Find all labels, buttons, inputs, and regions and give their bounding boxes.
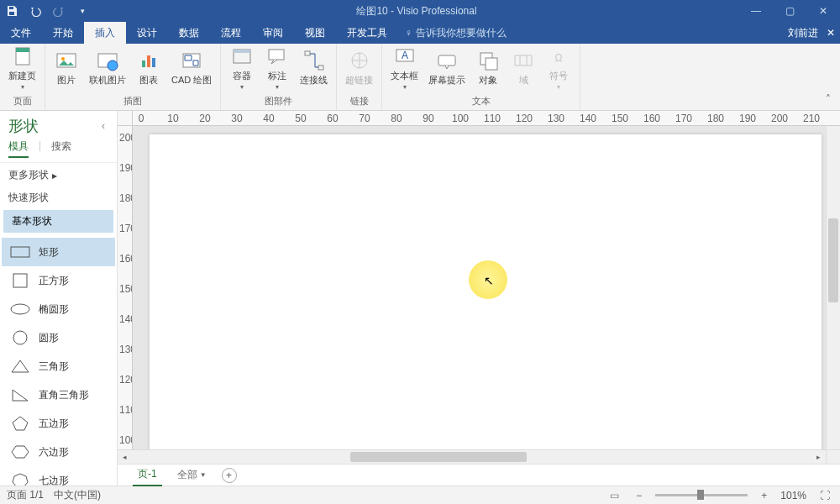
horizontal-scrollbar[interactable]: ◂ ▸	[118, 449, 840, 464]
shapes-panel: 形状 ‹ 模具 | 搜索 更多形状▸ 快速形状 基本形状 矩形正方形椭圆形圆形三…	[0, 111, 118, 486]
close-pane-icon[interactable]: ✕	[827, 27, 835, 39]
符号-icon: Ω	[546, 44, 571, 69]
ribbon-group-文本: A文本框▾屏幕提示对象域Ω符号▾文本	[382, 44, 580, 110]
shape-item-rect[interactable]: 矩形	[2, 238, 115, 266]
group-label: 图部件	[224, 93, 333, 109]
shape-item-hexagon[interactable]: 六边形	[2, 438, 115, 466]
shape-label: 三角形	[39, 360, 69, 374]
zoom-level[interactable]: 101%	[780, 490, 806, 501]
zoom-in-button[interactable]: +	[758, 490, 770, 501]
ribbon-联机图片[interactable]: 联机图片	[84, 41, 131, 93]
chevron-down-icon: ▾	[240, 83, 244, 91]
undo-icon[interactable]	[24, 0, 47, 22]
scroll-left-icon[interactable]: ◂	[118, 450, 132, 464]
ribbon-文本框[interactable]: A文本框▾	[386, 41, 423, 93]
ribbon-图表[interactable]: 图表	[131, 41, 166, 93]
minimize-icon[interactable]: —	[739, 0, 773, 22]
屏幕提示-icon	[434, 48, 459, 73]
group-label: 插图	[49, 93, 217, 109]
CAD 绘图-icon	[179, 48, 204, 73]
presentation-mode-icon[interactable]: ▭	[606, 490, 622, 501]
svg-point-7	[108, 60, 118, 71]
shapes-panel-title: 形状	[8, 116, 39, 136]
shape-item-triangle[interactable]: 三角形	[2, 352, 115, 381]
chevron-right-icon: ▸	[52, 170, 57, 181]
all-pages-button[interactable]: 全部 ▼	[177, 468, 207, 482]
shape-label: 圆形	[39, 331, 59, 345]
ribbon-新建页[interactable]: 新建页▾	[3, 41, 41, 93]
超链接-icon	[347, 48, 372, 73]
redo-icon[interactable]	[47, 0, 71, 22]
svg-rect-9	[147, 55, 150, 67]
vertical-scrollbar[interactable]	[826, 126, 840, 449]
标注-icon	[265, 44, 290, 69]
add-page-button[interactable]: +	[222, 468, 237, 483]
shape-item-pentagon[interactable]: 五边形	[2, 409, 115, 438]
ribbon-对象[interactable]: 对象	[470, 41, 506, 93]
ribbon-label: 符号	[549, 71, 568, 81]
status-bar: 页面 1/1 中文(中国) ▭ − + 101% ⛶	[0, 486, 840, 504]
svg-point-27	[11, 304, 29, 314]
drawing-canvas[interactable]: ↖	[133, 126, 826, 449]
svg-rect-0	[9, 7, 13, 9]
qat-customize-icon[interactable]: ▾	[71, 0, 94, 22]
svg-rect-16	[318, 66, 323, 70]
ribbon-label: 文本框	[391, 71, 418, 81]
save-icon[interactable]	[0, 0, 24, 22]
域-icon	[511, 48, 536, 73]
rect-icon	[10, 244, 30, 260]
shape-label: 正方形	[39, 274, 69, 288]
shape-item-rtriangle[interactable]: 直角三角形	[2, 381, 115, 409]
ribbon-图片[interactable]: 图片	[49, 41, 84, 93]
连接线-icon	[302, 48, 327, 73]
shapes-tab-search[interactable]: 搜索	[51, 139, 71, 158]
svg-rect-20	[438, 55, 455, 66]
heptagon-icon	[10, 472, 30, 486]
ribbon-容器[interactable]: 容器▾	[224, 41, 260, 93]
status-language[interactable]: 中文(中国)	[54, 488, 101, 502]
shape-list: 矩形正方形椭圆形圆形三角形直角三角形五边形六边形七边形	[0, 234, 117, 486]
shape-item-ellipse[interactable]: 椭圆形	[2, 295, 115, 323]
shape-item-circle[interactable]: 圆形	[2, 323, 115, 352]
scroll-right-icon[interactable]: ▸	[811, 450, 826, 464]
svg-rect-13	[234, 50, 250, 53]
chevron-down-icon: ▼	[200, 471, 207, 479]
svg-rect-1	[9, 12, 14, 15]
shapes-category-basic[interactable]: 基本形状	[3, 210, 113, 233]
ribbon-label: 对象	[479, 75, 497, 86]
user-name[interactable]: 刘前进	[788, 26, 818, 40]
svg-rect-10	[152, 58, 155, 67]
shapes-tab-stencils[interactable]: 模具	[8, 139, 29, 158]
tell-me-label: 告诉我你想要做什么	[416, 26, 507, 40]
maximize-icon[interactable]: ▢	[773, 0, 806, 22]
ribbon-连接线[interactable]: 连接线	[295, 41, 333, 93]
ellipse-icon	[10, 301, 30, 318]
chevron-down-icon: ▾	[21, 83, 24, 91]
ribbon-label: 超链接	[345, 75, 373, 86]
ruler-vertical: 200190180170160150140130120110100	[118, 126, 133, 449]
svg-point-5	[61, 57, 65, 60]
quick-shapes-button[interactable]: 快速形状	[0, 187, 117, 208]
group-label: 页面	[3, 93, 41, 109]
collapse-panel-icon[interactable]: ‹	[102, 120, 110, 132]
shape-label: 直角三角形	[39, 388, 89, 402]
ribbon-CAD 绘图[interactable]: CAD 绘图	[166, 41, 217, 93]
collapse-ribbon-icon[interactable]: ˄	[822, 93, 835, 107]
ribbon-屏幕提示[interactable]: 屏幕提示	[423, 41, 470, 93]
close-icon[interactable]: ✕	[806, 0, 840, 22]
zoom-slider[interactable]	[655, 494, 748, 496]
fit-page-icon[interactable]: ⛶	[816, 490, 833, 501]
canvas-area: 0102030405060708090100110120130140150160…	[118, 111, 840, 486]
图片-icon	[54, 48, 79, 73]
ribbon-label: 联机图片	[89, 75, 126, 86]
rtriangle-icon	[10, 386, 30, 403]
more-shapes-button[interactable]: 更多形状▸	[0, 163, 117, 187]
window-controls: — ▢ ✕	[739, 0, 840, 22]
page-tab-1[interactable]: 页-1	[133, 464, 162, 486]
zoom-out-button[interactable]: −	[633, 490, 645, 501]
shape-item-heptagon[interactable]: 七边形	[2, 466, 115, 486]
ribbon-标注[interactable]: 标注▾	[260, 41, 295, 93]
ribbon-超链接: 超链接	[340, 41, 378, 93]
svg-point-28	[13, 331, 27, 344]
shape-item-square[interactable]: 正方形	[2, 266, 115, 295]
